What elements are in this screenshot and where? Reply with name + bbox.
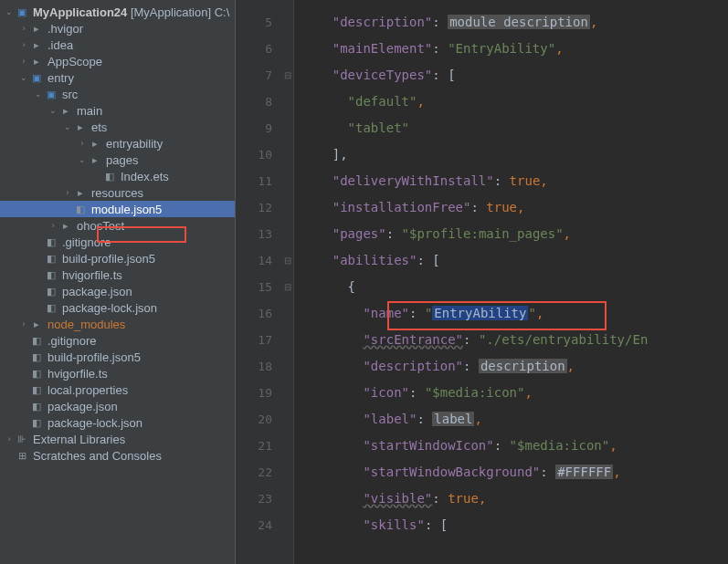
tree-item-entry[interactable]: ⌄▣entry [0, 69, 235, 86]
tree-item--idea[interactable]: ›▸.idea [0, 37, 235, 53]
chevron-icon: › [18, 57, 29, 66]
fold-marker[interactable] [281, 512, 293, 538]
tree-item-package-lock-json[interactable]: ·◧package-lock.json [0, 414, 235, 431]
fold-marker[interactable] [281, 353, 293, 380]
chevron-icon: ⌄ [18, 73, 29, 82]
line-number: 6 [236, 36, 281, 62]
line-number: 9 [236, 115, 281, 141]
chevron-icon: › [18, 24, 29, 33]
fold-column: ⊟⊟⊟ [281, 0, 294, 564]
fold-marker[interactable] [281, 221, 293, 247]
tree-label: ets [91, 120, 231, 134]
tree-item-package-json[interactable]: ·◧package.json [0, 398, 235, 414]
line-number: 13 [236, 221, 281, 247]
tree-item-node-modules[interactable]: ›▸node_modules [0, 316, 235, 332]
folder-icon: ▸ [73, 185, 88, 200]
tree-label: node_modules [47, 318, 231, 331]
chevron-icon: › [4, 434, 15, 444]
tree-item-hvigorfile-ts[interactable]: ·◧hvigorfile.ts [0, 266, 235, 283]
tree-item-module-json5[interactable]: ·◧module.json5 [0, 201, 235, 217]
fold-marker[interactable] [281, 300, 293, 327]
file-icon: ◧ [29, 399, 44, 413]
line-number: 15 [236, 274, 281, 300]
tree-item-scratches-and-consoles[interactable]: ·⊞Scratches and Consoles [0, 447, 235, 464]
tree-item-hvigorfile-ts[interactable]: ·◧hvigorfile.ts [0, 365, 235, 381]
tree-item-build-profile-json5[interactable]: ·◧build-profile.json5 [0, 250, 235, 266]
chevron-icon: › [18, 40, 29, 49]
tree-item-pages[interactable]: ⌄▸pages [0, 151, 235, 168]
folder-icon: ▸ [73, 120, 88, 134]
tree-label: Scratches and Consoles [33, 449, 231, 463]
fold-marker[interactable]: ⊟ [281, 274, 293, 300]
fold-marker[interactable] [281, 89, 293, 115]
chevron-icon: ⌄ [77, 155, 88, 164]
tree-item-package-lock-json[interactable]: ·◧package-lock.json [0, 299, 235, 316]
tree-label: package-lock.json [47, 416, 231, 430]
file-icon: ◧ [29, 382, 44, 397]
line-number: 22 [236, 459, 281, 486]
code-editor[interactable]: 56789101112131415161718192021222324 ⊟⊟⊟ … [236, 0, 728, 564]
file-icon: ◧ [29, 366, 44, 381]
folder-icon: ▸ [88, 136, 102, 151]
line-number: 20 [236, 406, 281, 433]
chevron-icon: › [18, 319, 29, 329]
tree-item-local-properties[interactable]: ·◧local.properties [0, 381, 235, 398]
tree-item-entryability[interactable]: ›▸entryability [0, 135, 235, 151]
code-area[interactable]: "description": module description, "main… [294, 0, 728, 564]
fold-marker[interactable]: ⊟ [281, 62, 293, 89]
fold-marker[interactable] [281, 194, 293, 221]
fold-marker[interactable] [281, 406, 293, 433]
fold-marker[interactable] [281, 433, 293, 459]
tree-item-package-json[interactable]: ·◧package.json [0, 283, 235, 299]
tree-label: entryability [106, 137, 231, 151]
chevron-icon: ⌄ [33, 89, 44, 99]
tree-item-main[interactable]: ⌄▸main [0, 102, 235, 119]
tree-item--gitignore[interactable]: ·◧.gitignore [0, 332, 235, 349]
tree-item-build-profile-json5[interactable]: ·◧build-profile.json5 [0, 349, 235, 365]
fold-marker[interactable] [281, 115, 293, 141]
tree-item-resources[interactable]: ›▸resources [0, 184, 235, 201]
fold-marker[interactable] [281, 380, 293, 406]
project-tree[interactable]: ⌄ ▣ MyApplication24 [MyApplication] C:\ … [0, 0, 236, 564]
chevron-icon: › [77, 139, 88, 148]
file-icon: ◧ [44, 300, 58, 315]
file-icon: ◧ [29, 333, 44, 348]
tree-label: AppScope [47, 55, 231, 68]
tree-highlight-box [97, 226, 186, 243]
chevron-icon: ⌄ [62, 122, 73, 131]
file-icon: ◧ [44, 284, 58, 298]
tree-item--hvigor[interactable]: ›▸.hvigor [0, 20, 235, 37]
tree-item-index-ets[interactable]: ·◧Index.ets [0, 168, 235, 184]
folder-icon: ▸ [58, 103, 73, 118]
fold-marker[interactable] [281, 9, 293, 36]
tree-label: entry [47, 71, 231, 85]
fold-marker[interactable] [281, 327, 293, 353]
tree-item-src[interactable]: ⌄▣src [0, 86, 235, 102]
tree-root[interactable]: ⌄ ▣ MyApplication24 [MyApplication] C:\ [0, 4, 235, 20]
tree-label: External Libraries [33, 433, 231, 446]
tree-item-appscope[interactable]: ›▸AppScope [0, 53, 235, 69]
fold-marker[interactable] [281, 459, 293, 486]
line-number: 21 [236, 433, 281, 459]
file-icon: ◧ [102, 169, 117, 183]
line-number: 23 [236, 486, 281, 512]
file-icon: ◧ [44, 267, 58, 282]
line-number: 17 [236, 327, 281, 353]
tree-label: package-lock.json [62, 301, 231, 315]
fold-marker[interactable] [281, 36, 293, 62]
line-number: 5 [236, 9, 281, 36]
tree-label: src [62, 88, 231, 101]
tree-item-external-libraries[interactable]: ›⊪External Libraries [0, 431, 235, 447]
file-icon: ◧ [29, 415, 44, 430]
file-icon: ◧ [29, 350, 44, 364]
tree-label: main [77, 104, 231, 118]
fold-marker[interactable] [281, 141, 293, 168]
folder-blue-icon: ▣ [44, 87, 58, 101]
fold-marker[interactable]: ⊟ [281, 247, 293, 274]
tree-item-ets[interactable]: ⌄▸ets [0, 119, 235, 135]
line-number: 7 [236, 62, 281, 89]
tree-label: package.json [62, 285, 231, 298]
fold-marker[interactable] [281, 168, 293, 194]
fold-marker[interactable] [281, 486, 293, 512]
file-icon: ◧ [44, 251, 58, 266]
